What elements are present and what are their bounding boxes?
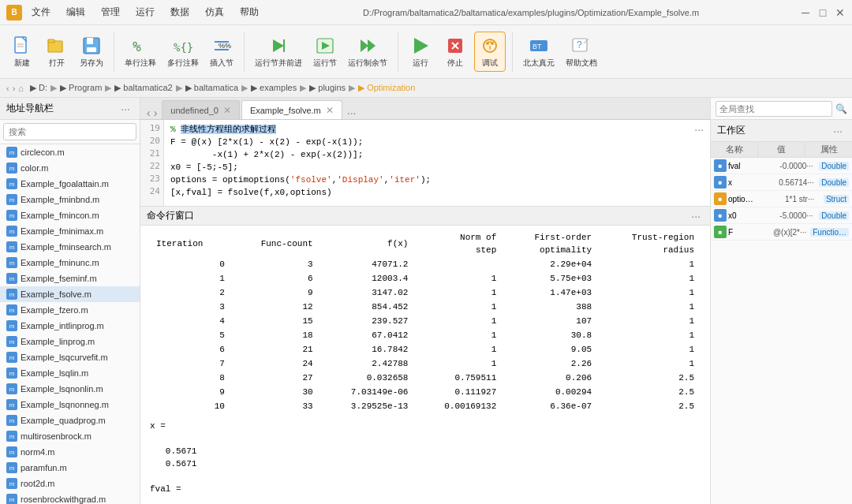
workspace-item-name: F (728, 228, 769, 237)
breadcrumb-nav-prev[interactable]: ‹ (6, 84, 9, 93)
open-button[interactable]: 打开 (41, 32, 73, 71)
sidebar-item-fsolve[interactable]: mExample_fsolve.m (0, 286, 140, 302)
beitai-button[interactable]: BT 北太真元 (519, 32, 559, 71)
menu-file[interactable]: 文件 (28, 4, 54, 21)
cmd-title: 命令行窗口 (147, 209, 194, 222)
menu-edit[interactable]: 编辑 (63, 4, 88, 21)
breadcrumb-nav-next[interactable]: › (13, 84, 16, 93)
run-advance-icon (267, 35, 290, 57)
svg-point-25 (491, 42, 494, 45)
code-content[interactable]: % 非线性方程组的求解过程 F = @(x) [2*x(1) - x(2) - … (164, 120, 694, 206)
file-icon: m (6, 241, 17, 252)
file-icon: m (6, 226, 17, 237)
file-sidebar: 地址导航栏 ··· mcirclecon.m mcolor.m mExample… (0, 98, 140, 504)
run-rest-button[interactable]: 运行制余节 (344, 32, 391, 71)
help-button[interactable]: ? 帮助文档 (562, 32, 601, 71)
sidebar-item-lsqnonlin[interactable]: mExample_lsqnonlin.m (0, 381, 140, 397)
col-func-count: Func-count (231, 230, 320, 257)
workspace-more-button[interactable]: ··· (830, 125, 846, 137)
breadcrumb-optimization[interactable]: ▶ Optimization (358, 83, 415, 93)
cmd-body[interactable]: Iteration Func-count f(x) Norm ofstep Fi… (140, 226, 710, 504)
sidebar-item-fzero[interactable]: mExample_fzero.m (0, 302, 140, 318)
sidebar-item-lsqcurvefit[interactable]: mExample_lsqcurvefit.m (0, 349, 140, 365)
multi-comment-button[interactable]: %{} 多行注释 (163, 32, 203, 71)
col-fx: f(x) (320, 230, 415, 257)
debug-button[interactable]: 调试 (474, 32, 506, 72)
sidebar-item-norm4[interactable]: mnorm4.m (0, 444, 140, 460)
sidebar-item-rosenbrock[interactable]: mrosenbrockwithgrad.m (0, 491, 140, 504)
file-icon: m (6, 446, 17, 457)
tab-undefined[interactable]: undefined_0 ✕ (162, 100, 240, 119)
breadcrumb-d[interactable]: ▶ D: (30, 83, 47, 93)
sidebar-item-fminsearch[interactable]: mExample_fminsearch.m (0, 239, 140, 255)
run-button[interactable]: 运行 (405, 32, 436, 71)
breadcrumb-plugins[interactable]: ▶ plugins (309, 83, 346, 93)
sidebar-item-intlinprog[interactable]: mExample_intlinprog.m (0, 318, 140, 334)
tab-prev-button[interactable]: ‹ (147, 106, 151, 119)
workspace-item[interactable]: ■ x0 -5.0000··· Double (711, 207, 852, 224)
file-icon: m (6, 210, 17, 221)
tab-undefined-close[interactable]: ✕ (223, 105, 231, 116)
sidebar-item-circlecon[interactable]: mcirclecon.m (0, 144, 140, 160)
new-button[interactable]: 新建 (6, 32, 38, 71)
sidebar-item-multirosenbrock[interactable]: mmultirosenbrock.m (0, 428, 140, 444)
sidebar-item-fminunc[interactable]: mExample_fminunc.m (0, 255, 140, 271)
workspace-item-name: optio… (728, 195, 775, 203)
workspace-item[interactable]: ■ F @(x)[2*··· Functio… (711, 224, 852, 241)
global-search-input[interactable] (716, 101, 832, 117)
workspace-item[interactable]: ■ fval -0.0000··· Double (711, 158, 852, 174)
stop-button[interactable]: 停止 (439, 32, 471, 71)
menu-sim[interactable]: 仿真 (202, 4, 227, 21)
run-section-button[interactable]: 运行节 (309, 32, 341, 71)
workspace-item[interactable]: ■ x 0.56714··· Double (711, 174, 852, 191)
editor-more-button[interactable]: ··· (691, 123, 707, 136)
sidebar-item-linprog[interactable]: mExample_linprog.m (0, 334, 140, 349)
workspace-item[interactable]: ■ optio… 1*1 str··· Struct (711, 191, 852, 207)
sidebar-item-fmincon[interactable]: mExample_fmincon.m (0, 207, 140, 223)
sidebar-item-lsqlin[interactable]: mExample_lsqlin.m (0, 365, 140, 381)
tab-next-button[interactable]: › (154, 106, 158, 119)
menu-data[interactable]: 数据 (167, 4, 192, 21)
breadcrumb-program[interactable]: ▶ Program (60, 83, 102, 93)
svg-text:%%: %% (219, 42, 231, 50)
sidebar-item-fminbnd[interactable]: mExample_fminbnd.m (0, 192, 140, 207)
insert-section-button[interactable]: %% 插入节 (206, 32, 237, 71)
menu-help[interactable]: 帮助 (237, 4, 262, 21)
cmd-x-val1: 0.5671 (150, 445, 701, 457)
cmd-more-button[interactable]: ··· (688, 210, 704, 222)
tab-fsolve-close[interactable]: ✕ (326, 105, 334, 116)
sidebar-item-fseminf[interactable]: mExample_fseminf.m (0, 271, 140, 286)
saveas-button[interactable]: 另存为 (76, 32, 107, 71)
run-advance-button[interactable]: 运行节并前进 (251, 32, 306, 71)
svg-rect-4 (48, 39, 54, 43)
breadcrumb-balt2[interactable]: ▶ baltamatica2 (114, 83, 172, 93)
table-row: 312854.45213881 (150, 300, 701, 314)
breadcrumb-home[interactable]: ⌂ (18, 84, 24, 93)
beitai-icon: BT (528, 35, 550, 57)
svg-marker-13 (273, 39, 284, 52)
insert-section-label: 插入节 (210, 58, 234, 69)
sidebar-item-color[interactable]: mcolor.m (0, 160, 140, 176)
file-icon: m (6, 352, 17, 363)
sidebar-item-fgoalattain[interactable]: mExample_fgoalattain.m (0, 176, 140, 192)
sidebar-item-quadprog[interactable]: mExample_quadprog.m (0, 413, 140, 428)
workspace-panel: 工作区 ··· 名称 值 属性 ■ fval -0.0000··· Double… (711, 120, 852, 504)
close-button[interactable]: ✕ (835, 7, 846, 18)
sidebar-item-paramfun[interactable]: mparamfun.m (0, 460, 140, 476)
workspace-item-name: fval (728, 162, 774, 170)
menu-manage[interactable]: 管理 (98, 4, 123, 21)
sidebar-more-button[interactable]: ··· (118, 103, 133, 115)
menu-run[interactable]: 运行 (133, 4, 158, 21)
sidebar-search-input[interactable] (3, 123, 136, 140)
maximize-button[interactable]: □ (817, 7, 828, 18)
tab-fsolve[interactable]: Example_fsolve.m ✕ (241, 100, 342, 119)
sidebar-item-lsqnonneg[interactable]: mExample_lsqnonneg.m (0, 397, 140, 413)
breadcrumb-balt[interactable]: ▶ baltamatica (185, 83, 238, 93)
sidebar-item-root2d[interactable]: mroot2d.m (0, 476, 140, 491)
minimize-button[interactable]: ─ (800, 7, 811, 18)
breadcrumb-examples[interactable]: ▶ examples (251, 83, 297, 93)
tabs-more-button[interactable]: ··· (344, 106, 360, 119)
sidebar-item-fminimax[interactable]: mExample_fminimax.m (0, 223, 140, 239)
single-comment-button[interactable]: % 单行注释 (121, 32, 160, 71)
title-path: D:/Program/baltamatica2/baltamatica/exam… (268, 8, 794, 17)
